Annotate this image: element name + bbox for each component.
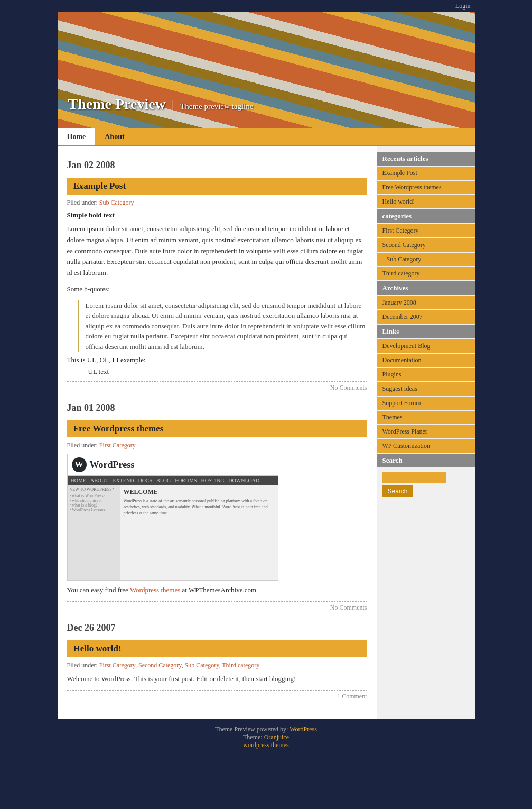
post-2-text2: at WPThemesArchive.com [182,586,257,594]
post-3-title: Hello world! [73,643,122,654]
sidebar-link-5[interactable]: Themes [377,411,475,424]
wp-nav-forums: FORUMS [175,477,197,483]
sidebar-link-2[interactable]: Plugins [377,368,475,381]
sidebar-link-4[interactable]: Support Forum [377,397,475,410]
sidebar-link-7[interactable]: WP Customization [377,439,475,453]
post-3-body: Welcome to WordPress. This is your first… [67,674,367,685]
post-1-filed-label: Filed under: [67,199,98,206]
post-1-date: Jan 02 2008 [67,160,367,173]
search-input[interactable] [382,472,446,483]
wp-logo-text: WordPress [90,459,135,471]
sidebar-link-a-3[interactable]: Suggest Ideas [382,385,417,392]
sidebar-link-a-6[interactable]: WordPress Planet [382,428,427,435]
sidebar: Recents articles Example Post Free Wordp… [377,146,475,719]
wp-nav-extend: EXTEND [113,477,134,483]
post-1-title: Example Post [73,181,126,191]
sidebar-archive-1[interactable]: December 2007 [377,310,475,324]
wp-screenshot-sidebar: NEW TO WORDPRESS? • what is WordPress? •… [68,485,120,580]
sidebar-link-6[interactable]: WordPress Planet [377,425,475,438]
login-link[interactable]: Login [455,2,471,10]
sidebar-cat-link-2[interactable]: Sub Category [387,255,422,263]
site-title: Theme Preview [68,96,166,112]
sidebar-cat-1[interactable]: Second Category [377,238,475,252]
footer-theme-label: Theme: [243,733,263,741]
post-3-cat1[interactable]: First Category [99,661,135,669]
post-1-category[interactable]: Sub Category [99,199,134,206]
post-2-themes-link[interactable]: Wordpress themes [130,586,180,594]
nav-home[interactable]: Home [58,128,96,145]
post-1-no-comments: No Comments [67,384,367,392]
sidebar-recent-0[interactable]: Example Post [377,167,475,180]
sidebar-cat-link-3[interactable]: Third category [382,270,420,277]
sidebar-recent-link-2[interactable]: Hello world! [382,198,415,205]
post-1-body: Lorem ipsum dolor sit amet, consectetur … [67,224,367,279]
sidebar-cat-2[interactable]: Sub Category [377,253,475,266]
recents-header: Recents articles [377,152,475,166]
post-1-blockquote: Lorem ipsum dolor sit amet, consectetur … [78,300,367,352]
wp-nav-docs: DOCS [138,477,152,483]
post-2-filed-label: Filed under: [67,442,98,449]
links-header: Links [377,325,475,338]
post-1-title-bar: Example Post [67,178,367,195]
post-2-separator [67,601,367,602]
sidebar-recent-link-1[interactable]: Free Wordpress themes [382,183,442,191]
post-2-category[interactable]: First Category [99,442,136,449]
wp-nav-about: ABOUT [90,477,108,483]
post-3-meta: Filed under: First Category, Second Cate… [67,661,367,669]
post-2-body: You can easy find free Wordpress themes … [67,585,367,596]
main-content: Jan 02 2008 Example Post Filed under: Su… [58,146,377,719]
post-3-comments-link[interactable]: 1 Comment [337,693,367,700]
sidebar-recent-2[interactable]: Hello world! [377,195,475,208]
header-text: Theme Preview | Theme preview tagline [68,96,254,113]
sidebar-link-1[interactable]: Documentation [377,354,475,367]
wordpress-screenshot: W WordPress HOME ABOUT EXTEND DOCS BLOG … [67,454,278,581]
sidebar-recent-1[interactable]: Free Wordpress themes [377,181,475,194]
nav-about[interactable]: About [95,128,134,145]
wp-nav-hosting: HOSTING [201,477,224,483]
sidebar-cat-link-0[interactable]: First Category [382,227,419,234]
post-2-date: Jan 01 2008 [67,402,367,416]
post-2-meta: Filed under: First Category [67,442,367,449]
post-2-text1: You can easy find free [67,586,128,594]
sidebar-recent-link-0[interactable]: Example Post [382,169,417,177]
footer-theme-link[interactable]: Oranjuice [264,733,289,741]
sidebar-cat-0[interactable]: First Category [377,224,475,237]
post-2-comments-link[interactable]: No Comments [330,604,367,611]
post-1-meta: Filed under: Sub Category [67,199,367,207]
site-header: Theme Preview | Theme preview tagline [58,12,475,128]
site-tagline: Theme preview tagline [180,102,253,111]
post-1-list-header: This is UL, OL, LI example: [67,356,367,364]
sidebar-archive-link-1[interactable]: December 2007 [382,313,423,320]
footer-themes-link[interactable]: wordpress themes [243,741,288,749]
search-button[interactable]: Search [382,485,413,497]
sidebar-archive-link-0[interactable]: January 2008 [382,299,416,306]
sidebar-link-a-1[interactable]: Documentation [382,356,422,364]
sidebar-cat-3[interactable]: Third category [377,267,475,280]
post-3-title-bar: Hello world! [67,640,367,657]
post-3-cat2[interactable]: Second Category [138,661,182,669]
sidebar-link-0[interactable]: Development Blog [377,339,475,353]
sidebar-link-3[interactable]: Suggest Ideas [377,382,475,396]
header-separator: | [172,98,174,112]
sidebar-link-a-2[interactable]: Plugins [382,371,402,378]
post-3-cat3[interactable]: Sub Category [185,661,219,669]
search-header: Search [377,454,475,467]
sidebar-link-a-4[interactable]: Support Forum [382,399,421,407]
categories-header: categories [377,209,475,223]
wp-nav-download: DOWNLOAD [228,477,259,483]
post-1-comments-link[interactable]: No Comments [330,384,367,391]
post-2-title: Free Wordpress themes [73,424,164,434]
post-3-separator [67,690,367,691]
post-1-bquotes-label: Some b-quotes: [67,284,367,295]
footer-wordpress-link[interactable]: WordPress [290,725,317,733]
post-3-comments: 1 Comment [67,693,367,701]
sidebar-cat-link-1[interactable]: Second Category [382,241,426,249]
post-1-separator [67,381,367,382]
wp-nav-blog: BLOG [156,477,171,483]
sidebar-archive-0[interactable]: January 2008 [377,296,475,309]
sidebar-link-a-7[interactable]: WP Customization [382,442,431,449]
sidebar-link-a-5[interactable]: Themes [382,413,403,421]
sidebar-link-a-0[interactable]: Development Blog [382,342,431,350]
post-3-cat4[interactable]: Third category [222,661,259,669]
post-2: Jan 01 2008 Free Wordpress themes Filed … [67,402,367,612]
